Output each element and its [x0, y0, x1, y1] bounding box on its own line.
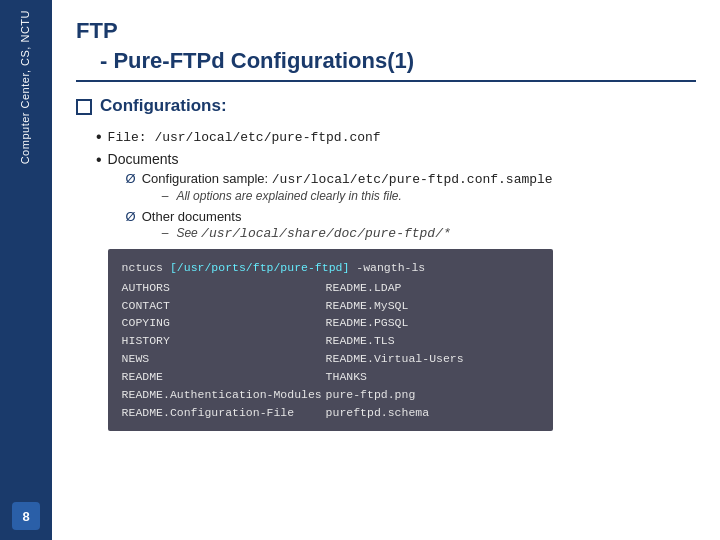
terminal-prompt: nctucs [/usr/ports/ftp/pure-ftpd] -wangt…: [122, 259, 539, 277]
sub-sub-item-2-text: See /usr/local/share/doc/pure-ftpd/*: [176, 226, 450, 241]
file-path: File: /usr/local/etc/pure-ftpd.conf: [108, 130, 381, 145]
terminal-host: nctucs: [122, 261, 170, 274]
dash-2: –: [162, 226, 169, 240]
terminal-file-col2: README.TLS: [326, 332, 539, 350]
sub-sub-list-2: – See /usr/local/share/doc/pure-ftpd/*: [142, 226, 451, 241]
terminal-file-col1: COPYING: [122, 314, 322, 332]
checkbox-icon: [76, 99, 92, 115]
terminal-file-col1: AUTHORS: [122, 279, 322, 297]
terminal-command: -wangth-ls: [349, 261, 425, 274]
bullet-dot-1: •: [96, 129, 102, 145]
terminal-file-col2: pureftpd.schema: [326, 404, 539, 422]
sub-item-2-text: Other documents: [142, 209, 242, 224]
sub-item-2-content: Other documents – See /usr/local/share/d…: [142, 209, 451, 243]
terminal-file-col1: NEWS: [122, 350, 322, 368]
sidebar: Computer Center, CS, NCTU 8: [0, 0, 52, 540]
arrow-icon-2: Ø: [126, 209, 136, 224]
sub-item-1-content: Configuration sample: /usr/local/etc/pur…: [142, 171, 553, 205]
terminal-file-col1: HISTORY: [122, 332, 322, 350]
bullet-item-2-text: Documents: [108, 151, 179, 167]
main-content: FTP - Pure-FTPd Configurations(1) Config…: [52, 0, 720, 540]
sub-item-1: Ø Configuration sample: /usr/local/etc/p…: [126, 171, 553, 205]
sidebar-label: Computer Center, CS, NCTU: [18, 10, 33, 164]
section-heading-text: Configurations:: [100, 96, 227, 116]
bullet-item-2-content: Documents Ø Configuration sample: /usr/l…: [108, 151, 553, 431]
section-heading: Configurations:: [76, 96, 696, 116]
page-number: 8: [12, 502, 40, 530]
terminal-file-col2: THANKS: [326, 368, 539, 386]
terminal-file-col2: README.Virtual-Users: [326, 350, 539, 368]
bullet-item-2: • Documents Ø Configuration sample: /usr…: [96, 151, 696, 431]
terminal-file-grid: AUTHORSREADME.LDAPCONTACTREADME.MySQLCOP…: [122, 279, 539, 422]
arrow-icon-1: Ø: [126, 171, 136, 186]
sub-item-1-text: Configuration sample: /usr/local/etc/pur…: [142, 171, 553, 186]
sub-sub-item-1: – All options are explained clearly in t…: [162, 189, 553, 203]
terminal-file-col2: README.PGSQL: [326, 314, 539, 332]
bullet-item-1: • File: /usr/local/etc/pure-ftpd.conf: [96, 128, 696, 145]
sub-sub-item-2: – See /usr/local/share/doc/pure-ftpd/*: [162, 226, 451, 241]
sub-list: Ø Configuration sample: /usr/local/etc/p…: [108, 171, 553, 243]
bullet-list: • File: /usr/local/etc/pure-ftpd.conf • …: [76, 128, 696, 431]
terminal-file-col1: CONTACT: [122, 297, 322, 315]
dash-1: –: [162, 189, 169, 203]
page-title-line2: - Pure-FTPd Configurations(1): [76, 48, 696, 74]
terminal-file-col1: README: [122, 368, 322, 386]
terminal-path: [/usr/ports/ftp/pure-ftpd]: [170, 261, 349, 274]
sub-sub-list-1: – All options are explained clearly in t…: [142, 189, 553, 203]
page-title-line1: FTP: [76, 18, 696, 44]
sub-sub-item-1-text: All options are explained clearly in thi…: [176, 189, 401, 203]
terminal-file-col1: README.Authentication-Modules: [122, 386, 322, 404]
bullet-dot-2: •: [96, 152, 102, 168]
bullet-item-1-text: File: /usr/local/etc/pure-ftpd.conf: [108, 128, 381, 145]
terminal-block: nctucs [/usr/ports/ftp/pure-ftpd] -wangt…: [108, 249, 553, 431]
sub-item-2: Ø Other documents – See /usr/local/share…: [126, 209, 553, 243]
title-divider: [76, 80, 696, 82]
terminal-file-col2: README.MySQL: [326, 297, 539, 315]
terminal-file-col1: README.Configuration-File: [122, 404, 322, 422]
terminal-file-col2: pure-ftpd.png: [326, 386, 539, 404]
terminal-file-col2: README.LDAP: [326, 279, 539, 297]
